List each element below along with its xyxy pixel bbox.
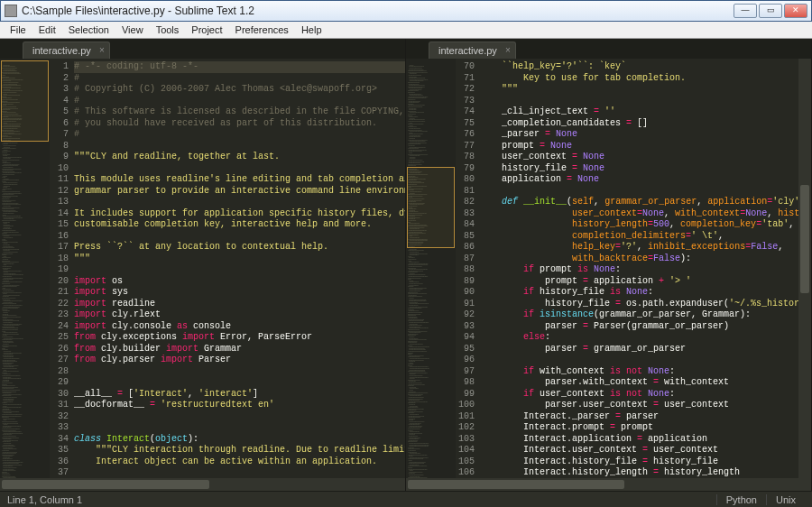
maximize-button[interactable]: ▭ — [759, 4, 782, 18]
scrollbar-thumb[interactable] — [800, 185, 809, 293]
tab-right[interactable]: interactive.py × — [429, 41, 516, 59]
minimap-viewport[interactable] — [1, 60, 49, 142]
code-lines[interactable]: ``help_key='?'``: `key` Key to use for t… — [480, 59, 798, 478]
menu-project[interactable]: Project — [185, 23, 228, 37]
menu-selection[interactable]: Selection — [62, 23, 115, 37]
right-pane: interactive.py × xxxxxxx xxxxxxxxxxxxxxx… — [406, 39, 812, 491]
scrollbar-horizontal[interactable] — [0, 478, 405, 491]
status-position: Line 1, Column 1 — [7, 494, 82, 505]
tab-left[interactable]: interactive.py × — [23, 41, 110, 59]
code-lines[interactable]: # -*- coding: utf-8 -*-## Copyright (C) … — [74, 59, 405, 478]
menu-edit[interactable]: Edit — [32, 23, 62, 37]
menu-preferences[interactable]: Preferences — [229, 23, 295, 37]
status-encoding[interactable]: Unix — [766, 494, 805, 505]
window-controls: — ▭ ✕ — [734, 4, 807, 18]
menu-tools[interactable]: Tools — [150, 23, 186, 37]
line-gutter: 1 2 3 4 5 6 7 8 9 10 11 12 13 14 15 16 1… — [50, 59, 74, 478]
minimap-left[interactable]: xxxxxxxxxxx xxxxxxxxxxxxxxxxxxxxx xxxxxx… — [0, 59, 50, 478]
minimap-right[interactable]: xxxxxxx xxxxxxxxxxxxxxxxxxxxxxxxxx xxxxx… — [406, 59, 456, 478]
minimap-viewport[interactable] — [407, 167, 455, 248]
tab-label: interactive.py — [438, 45, 497, 56]
scrollbar-vertical[interactable] — [798, 59, 811, 478]
window-title: C:\Sample Files\interactive.py - Sublime… — [22, 5, 734, 17]
scrollbar-thumb[interactable] — [408, 480, 624, 489]
menu-help[interactable]: Help — [295, 23, 328, 37]
window-titlebar: C:\Sample Files\interactive.py - Sublime… — [0, 0, 812, 22]
statusbar: Line 1, Column 1 Python Unix — [0, 491, 812, 507]
app-icon — [5, 5, 17, 17]
scrollbar-horizontal[interactable] — [406, 478, 811, 491]
tab-row-left: interactive.py × — [0, 39, 405, 59]
tab-label: interactive.py — [32, 45, 91, 56]
minimize-button[interactable]: — — [734, 4, 757, 18]
code-editor-left[interactable]: 1 2 3 4 5 6 7 8 9 10 11 12 13 14 15 16 1… — [50, 59, 405, 478]
code-editor-right[interactable]: 70 71 72 73 74 75 76 77 78 79 80 81 82 8… — [456, 59, 798, 478]
scrollbar-thumb[interactable] — [2, 480, 209, 489]
menu-file[interactable]: File — [4, 23, 32, 37]
close-button[interactable]: ✕ — [784, 4, 807, 18]
tab-row-right: interactive.py × — [406, 39, 811, 59]
line-gutter: 70 71 72 73 74 75 76 77 78 79 80 81 82 8… — [456, 59, 480, 478]
menubar: FileEditSelectionViewToolsProjectPrefere… — [0, 22, 812, 39]
close-icon[interactable]: × — [99, 45, 105, 55]
close-icon[interactable]: × — [505, 45, 511, 55]
left-pane: interactive.py × xxxxxxxxxxx xxxxxxxxxxx… — [0, 39, 406, 491]
editor-area: interactive.py × xxxxxxxxxxx xxxxxxxxxxx… — [0, 39, 812, 491]
menu-view[interactable]: View — [115, 23, 150, 37]
status-syntax[interactable]: Python — [716, 494, 766, 505]
